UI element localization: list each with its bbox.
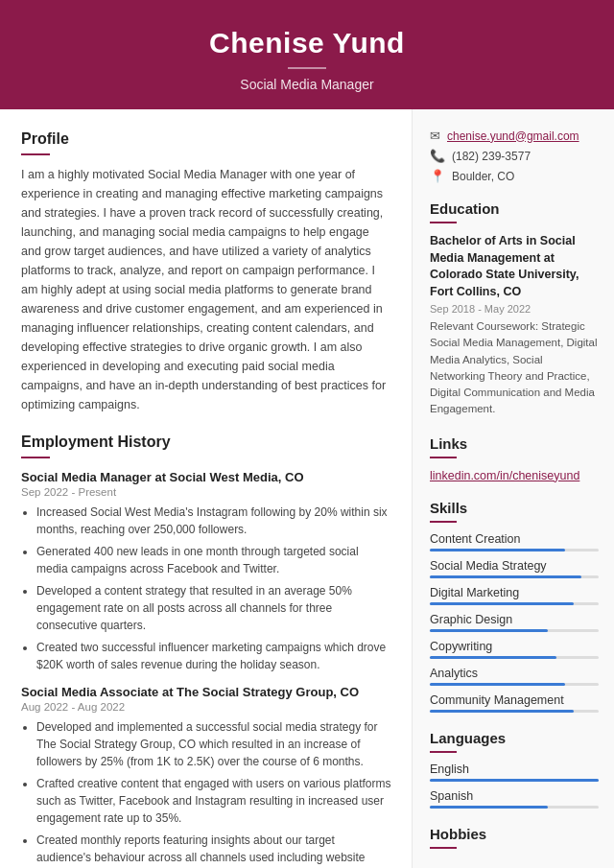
language-name: English	[430, 762, 599, 776]
job-2-bullet-3: Created monthly reports featuring insigh…	[36, 832, 392, 868]
job-1-bullet-1: Increased Social West Media's Instagram …	[36, 504, 392, 538]
skill-name: Content Creation	[430, 532, 599, 546]
skills-list: Content Creation Social Media Strategy D…	[430, 532, 599, 713]
languages-title: Languages	[430, 730, 599, 746]
skills-underline	[430, 521, 457, 523]
right-column: ✉ chenise.yund@gmail.com 📞 (182) 239-357…	[413, 109, 614, 868]
skills-title: Skills	[430, 500, 599, 516]
links-title: Links	[430, 435, 599, 452]
profile-text: I am a highly motivated Social Media Man…	[21, 165, 392, 414]
skill-bar-bg	[430, 629, 599, 632]
profile-underline	[21, 153, 50, 155]
contact-phone: 📞 (182) 239-3577	[430, 149, 599, 163]
header: Chenise Yund Social Media Manager	[0, 0, 614, 109]
skill-name: Digital Marketing	[430, 586, 599, 599]
contact-section: ✉ chenise.yund@gmail.com 📞 (182) 239-357…	[430, 129, 599, 183]
edu-coursework: Relevant Coursework: Strategic Social Me…	[430, 318, 599, 418]
skill-bar-bg	[430, 710, 599, 713]
job-2-date: Aug 2022 - Aug 2022	[21, 701, 392, 713]
skill-bar-fill	[430, 656, 556, 659]
hobbies-title: Hobbies	[430, 826, 599, 842]
skill-bar-fill	[430, 602, 574, 605]
job-1-bullet-2: Generated 400 new leads in one month thr…	[36, 543, 392, 577]
links-underline	[430, 457, 457, 458]
phone-icon: 📞	[430, 149, 445, 163]
candidate-name: Chenise Yund	[19, 27, 595, 59]
education-underline	[430, 222, 457, 223]
skill-bar-bg	[430, 683, 599, 686]
skill-name: Community Management	[430, 693, 599, 707]
location-text: Boulder, CO	[452, 170, 514, 183]
skill-name: Analytics	[430, 667, 599, 680]
job-2-bullet-1: Developed and implemented a successful s…	[36, 718, 392, 770]
job-2-bullets: Developed and implemented a successful s…	[21, 718, 392, 868]
location-icon: 📍	[430, 169, 445, 183]
languages-list: English Spanish	[430, 762, 599, 809]
language-bar-bg	[430, 779, 599, 782]
job-2-title: Social Media Associate at The Social Str…	[21, 685, 392, 699]
employment-underline	[21, 457, 50, 458]
edu-degree: Bachelor of Arts in Social Media Managem…	[430, 233, 599, 300]
education-section: Education Bachelor of Arts in Social Med…	[430, 200, 599, 418]
employment-title: Employment History	[21, 434, 392, 451]
skill-item: Analytics	[430, 667, 599, 686]
skill-item: Content Creation	[430, 532, 599, 551]
skill-item: Graphic Design	[430, 613, 599, 632]
skill-bar-fill	[430, 683, 565, 686]
profile-title: Profile	[21, 130, 392, 148]
skills-section: Skills Content Creation Social Media Str…	[430, 500, 599, 713]
language-name: Spanish	[430, 789, 599, 803]
skill-item: Copywriting	[430, 640, 599, 659]
edu-date: Sep 2018 - May 2022	[430, 303, 599, 315]
skill-bar-fill	[430, 629, 548, 632]
skill-name: Social Media Strategy	[430, 559, 599, 573]
job-2-bullet-2: Crafted creative content that engaged wi…	[36, 775, 392, 827]
skill-bar-bg	[430, 575, 599, 578]
resume-page: Chenise Yund Social Media Manager Profil…	[0, 0, 614, 868]
job-1-date: Sep 2022 - Present	[21, 486, 392, 498]
skill-item: Digital Marketing	[430, 586, 599, 605]
links-section: Links linkedin.com/in/cheniseyund	[430, 435, 599, 482]
skill-bar-bg	[430, 656, 599, 659]
linkedin-link[interactable]: linkedin.com/in/cheniseyund	[430, 469, 579, 482]
skill-bar-fill	[430, 575, 581, 578]
header-divider	[288, 67, 326, 69]
phone-text: (182) 239-3577	[452, 150, 531, 163]
languages-underline	[430, 751, 457, 753]
skill-bar-bg	[430, 549, 599, 551]
email-link[interactable]: chenise.yund@gmail.com	[447, 129, 579, 143]
language-bar-bg	[430, 806, 599, 809]
skill-name: Graphic Design	[430, 613, 599, 626]
job-1-bullet-3: Developed a content strategy that result…	[36, 582, 392, 634]
job-1: Social Media Manager at Social West Medi…	[21, 470, 392, 673]
profile-section: Profile I am a highly motivated Social M…	[21, 130, 392, 414]
skill-bar-fill	[430, 710, 574, 713]
email-icon: ✉	[430, 129, 440, 143]
hobbies-section: Hobbies	[430, 826, 599, 849]
job-1-bullets: Increased Social West Media's Instagram …	[21, 504, 392, 673]
job-1-title: Social Media Manager at Social West Medi…	[21, 470, 392, 484]
skill-item: Social Media Strategy	[430, 559, 599, 578]
languages-section: Languages English Spanish	[430, 730, 599, 809]
contact-email: ✉ chenise.yund@gmail.com	[430, 129, 599, 143]
language-bar-fill	[430, 806, 548, 809]
job-1-bullet-4: Created two successful influencer market…	[36, 639, 392, 673]
employment-section: Employment History Social Media Manager …	[21, 434, 392, 868]
language-bar-fill	[430, 779, 599, 782]
candidate-title: Social Media Manager	[19, 77, 595, 92]
language-item: English	[430, 762, 599, 782]
job-2: Social Media Associate at The Social Str…	[21, 685, 392, 868]
linkedin-link-item: linkedin.com/in/cheniseyund	[430, 468, 599, 482]
hobbies-underline	[430, 847, 457, 849]
contact-location: 📍 Boulder, CO	[430, 169, 599, 183]
skill-name: Copywriting	[430, 640, 599, 653]
language-item: Spanish	[430, 789, 599, 809]
education-title: Education	[430, 200, 599, 217]
left-column: Profile I am a highly motivated Social M…	[0, 109, 413, 868]
body: Profile I am a highly motivated Social M…	[0, 109, 614, 868]
skill-bar-bg	[430, 602, 599, 605]
skill-item: Community Management	[430, 693, 599, 713]
skill-bar-fill	[430, 549, 565, 551]
